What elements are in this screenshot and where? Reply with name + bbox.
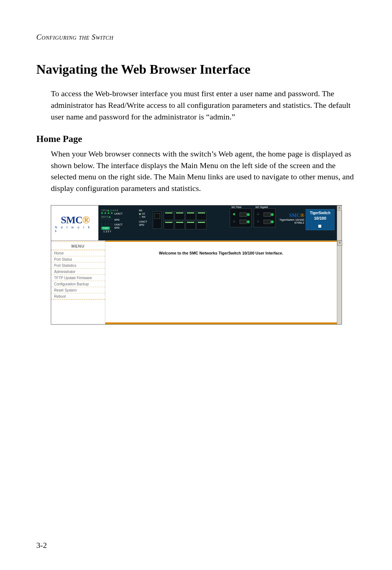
menu-item-reboot[interactable]: Reboot — [51, 293, 105, 300]
fwd-button[interactable]: FWD — [101, 227, 110, 230]
menu-item-configuration-backup[interactable]: Configuration Backup — [51, 281, 105, 287]
main-menu: MENU Home Port Status Port Statistics Ad… — [51, 241, 105, 324]
logo-subtext: N e t w o r k s — [55, 225, 95, 233]
menu-item-home[interactable]: Home — [51, 250, 105, 256]
menu-item-reset-system[interactable]: Reset System — [51, 287, 105, 293]
section-heading-home-page: Home Page — [36, 134, 356, 144]
module-m2-gigabit: M2 Gigabit — [254, 208, 275, 227]
rdtx-label: RDTX — [101, 216, 108, 218]
page-title: Navigating the Web Browser Interface — [36, 62, 356, 77]
panel-brand-label: SMC® TigerSwitch 10/100 6709L2 — [279, 213, 304, 225]
smc-logo: SMC® N e t w o r k s — [51, 205, 98, 240]
scroll-up-icon[interactable]: ▲ — [337, 205, 342, 211]
lk-label: LK — [142, 212, 145, 215]
logo-text: SMC — [61, 214, 82, 225]
menu-item-tftp-update-firmware[interactable]: TFTP Update Firmware — [51, 275, 105, 281]
module-m1-fiber: M1 Fiber — [230, 208, 252, 227]
device-front-panel: CPU 2 4 6 8 LKACT RDTX SPD LKACT — [98, 205, 337, 240]
screenshot-home-page: SMC® N e t w o r k s CPU 2 4 6 8 LKACT R… — [51, 205, 342, 325]
tigerswitch-logo: TigerSwitch 10/100 — [306, 209, 335, 230]
menu-item-port-status[interactable]: Port Status — [51, 256, 105, 262]
scrollbar-outer[interactable]: ▲ — [337, 205, 342, 240]
page-number: 3-2 — [36, 541, 47, 550]
port-numbers-top: 2 4 6 8 — [110, 209, 118, 212]
m1-label: M1 — [139, 209, 147, 212]
menu-item-port-statistics[interactable]: Port Statistics — [51, 262, 105, 269]
content-pane: Welcome to the SMC Networks TigerSwitch … — [105, 241, 337, 324]
port-numbers-bottom: 1 3 5 7 — [103, 230, 111, 233]
running-head: Configuring the Switch — [36, 33, 356, 42]
section-body-home-page: When your Web browser connects with the … — [51, 148, 356, 195]
scrollbar-content[interactable]: ▼ — [337, 241, 342, 324]
rx-label: RX — [142, 216, 146, 218]
menu-header: MENU — [51, 241, 105, 250]
menu-item-administrator[interactable]: Administrator — [51, 269, 105, 275]
scroll-down-icon[interactable]: ▼ — [337, 241, 342, 246]
cpu-label: CPU — [101, 209, 107, 212]
port-jacks — [153, 211, 207, 229]
intro-paragraph: To access the Web-browser interface you … — [51, 88, 356, 123]
welcome-text: Welcome to the SMC Networks TigerSwitch … — [105, 251, 337, 255]
lkact-label: LKACT — [114, 212, 123, 215]
spd-label: SPD — [114, 219, 119, 221]
